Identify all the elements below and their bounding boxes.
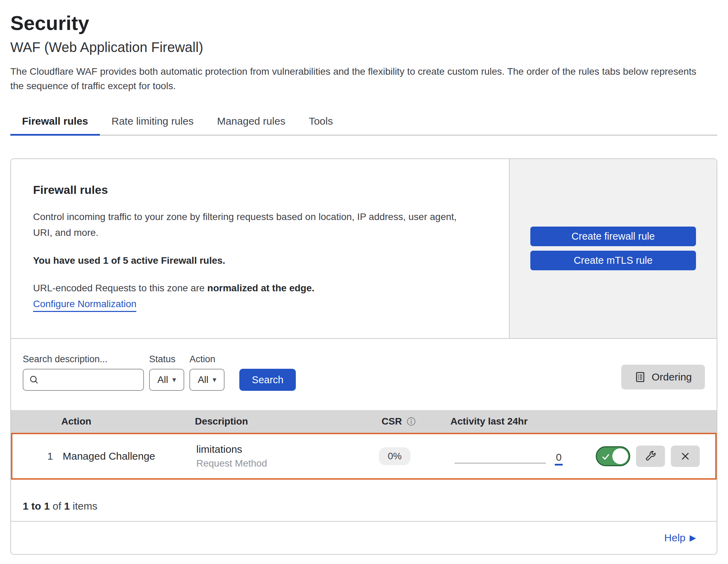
pagination-total: 1 xyxy=(64,500,70,512)
page-title: Security xyxy=(10,12,717,35)
rules-filter-bar: Search description... Status All ▾ Actio… xyxy=(11,338,717,410)
rule-description: limitations xyxy=(196,443,373,455)
chevron-down-icon: ▾ xyxy=(172,376,176,384)
check-icon xyxy=(601,452,611,462)
help-link[interactable]: Help ▶ xyxy=(664,532,696,544)
tab-rate-limiting-rules[interactable]: Rate limiting rules xyxy=(100,110,205,136)
chevron-down-icon: ▾ xyxy=(212,376,216,384)
rule-action: Managed Challenge xyxy=(57,450,185,462)
card-footer: Help ▶ xyxy=(11,521,717,554)
search-description-label: Search description... xyxy=(23,354,144,365)
pagination-of: of xyxy=(53,500,61,512)
wrench-icon xyxy=(644,450,657,462)
search-input-wrapper xyxy=(23,369,144,391)
activity-count-link[interactable]: 0 xyxy=(555,451,563,466)
status-select-value: All xyxy=(157,374,168,385)
rule-controls xyxy=(563,446,715,467)
security-waf-page: Security WAF (Web Application Firewall) … xyxy=(0,0,728,564)
rule-priority: 1 xyxy=(12,450,57,462)
csr-badge: 0% xyxy=(379,447,410,465)
csr-column-header: CSR xyxy=(375,416,450,427)
rule-enabled-toggle[interactable] xyxy=(596,446,630,466)
info-icon[interactable] xyxy=(406,416,416,427)
rules-table-header: Action Description CSR Activity last 24h… xyxy=(11,410,717,433)
tab-tools[interactable]: Tools xyxy=(297,110,345,136)
rule-csr-cell: 0% xyxy=(373,447,449,465)
card-heading: Firewall rules xyxy=(33,183,487,197)
csr-header-label: CSR xyxy=(382,416,402,427)
ordering-list-icon xyxy=(634,371,646,383)
pagination-range: 1 to 1 xyxy=(23,500,50,512)
create-mtls-rule-button[interactable]: Create mTLS rule xyxy=(530,251,696,270)
page-description: The Cloudflare WAF provides both automat… xyxy=(10,64,706,93)
close-icon xyxy=(679,450,691,462)
search-button[interactable]: Search xyxy=(239,369,296,391)
ordering-button[interactable]: Ordering xyxy=(621,365,705,389)
card-description: Control incoming traffic to your zone by… xyxy=(33,209,477,241)
rule-description-sub: Request Method xyxy=(196,458,373,469)
search-icon xyxy=(29,375,39,385)
toggle-knob xyxy=(612,448,628,464)
status-select[interactable]: All ▾ xyxy=(149,369,184,391)
activity-column-header: Activity last 24hr xyxy=(450,416,564,427)
ordering-button-label: Ordering xyxy=(652,371,692,383)
rule-activity-cell: 0 xyxy=(449,447,563,466)
search-input[interactable] xyxy=(43,374,138,385)
tab-firewall-rules[interactable]: Firewall rules xyxy=(10,110,100,136)
firewall-rules-info: Firewall rules Control incoming traffic … xyxy=(11,159,509,338)
create-firewall-rule-button[interactable]: Create firewall rule xyxy=(530,227,696,246)
firewall-rule-row[interactable]: 1 Managed Challenge limitations Request … xyxy=(11,433,717,480)
configure-normalization-link[interactable]: Configure Normalization xyxy=(33,299,136,312)
usage-summary: You have used 1 of 5 active Firewall rul… xyxy=(33,255,487,266)
action-select[interactable]: All ▾ xyxy=(189,369,225,391)
help-link-label: Help xyxy=(664,532,686,544)
activity-sparkline xyxy=(455,463,546,463)
firewall-rules-card: Firewall rules Control incoming traffic … xyxy=(10,158,717,555)
tab-managed-rules[interactable]: Managed rules xyxy=(205,110,297,136)
search-description-field: Search description... xyxy=(23,354,144,391)
arrow-right-icon: ▶ xyxy=(690,534,696,542)
card-top-section: Firewall rules Control incoming traffic … xyxy=(11,159,717,338)
pagination-items: items xyxy=(73,500,97,512)
normalization-text: URL-encoded Requests to this zone are xyxy=(33,283,205,293)
rule-description-cell: limitations Request Method xyxy=(185,443,373,469)
status-filter-label: Status xyxy=(149,354,184,365)
edit-rule-button[interactable] xyxy=(636,446,665,467)
card-action-panel: Create firewall rule Create mTLS rule xyxy=(509,159,717,338)
waf-tab-bar: Firewall rules Rate limiting rules Manag… xyxy=(10,110,717,136)
action-select-value: All xyxy=(198,374,208,385)
action-filter-field: Action All ▾ xyxy=(189,354,225,391)
normalization-bold-text: normalized at the edge. xyxy=(207,283,314,293)
action-column-header: Action xyxy=(56,416,183,427)
normalization-note: URL-encoded Requests to this zone are no… xyxy=(33,283,487,294)
page-subtitle: WAF (Web Application Firewall) xyxy=(10,39,717,55)
action-filter-label: Action xyxy=(189,354,225,365)
pagination-summary: 1 to 1 of 1 items xyxy=(11,480,717,521)
description-column-header: Description xyxy=(183,416,375,427)
page-header: Security WAF (Web Application Firewall) … xyxy=(0,12,728,93)
status-filter-field: Status All ▾ xyxy=(149,354,184,391)
delete-rule-button[interactable] xyxy=(671,446,700,467)
